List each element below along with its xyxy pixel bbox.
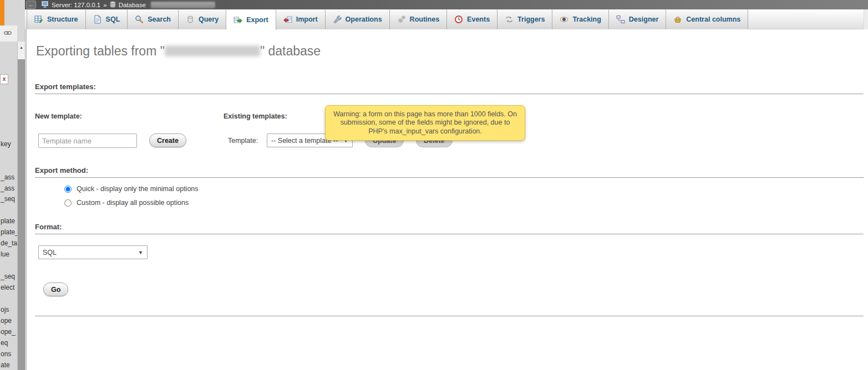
sidebar-table-name-fragment[interactable]: elect [1, 284, 14, 291]
sidebar-table-name-fragment[interactable]: ope_ [1, 328, 16, 336]
structure-icon [34, 15, 43, 24]
export-method-quick-option[interactable]: Quick - display only the minimal options [64, 185, 199, 193]
export-method-custom-option[interactable]: Custom - display all possible options [64, 199, 189, 207]
sidebar-scrollbar[interactable]: ▲ [17, 42, 25, 370]
routines-gears-icon [397, 15, 406, 24]
format-heading: Format: [35, 223, 864, 234]
format-select[interactable]: SQL ▼ [38, 245, 148, 259]
breadcrumb-database[interactable]: Database [119, 2, 146, 8]
collapse-navigation-button[interactable]: ← [26, 1, 36, 9]
tab-events[interactable]: Events [447, 9, 498, 29]
server-breadcrumb-bar: ← Server: 127.0.0.1 » Database [25, 0, 868, 9]
sidebar-table-name-fragment[interactable]: lue [1, 250, 9, 258]
tab-operations[interactable]: Operations [326, 9, 390, 29]
sidebar-table-name-fragment[interactable]: ope [1, 317, 12, 325]
export-icon [234, 16, 242, 24]
scroll-up-arrow[interactable]: ▲ [18, 42, 25, 54]
template-label: Template: [228, 137, 258, 145]
chevron-down-icon: ▼ [138, 250, 143, 255]
database-tab-bar: Structure SQL Search Query Ex [25, 9, 868, 29]
tracking-eye-icon [560, 15, 568, 24]
tab-central-columns[interactable]: Central columns [666, 9, 748, 29]
sidebar-table-name-fragment[interactable]: plate_ [1, 228, 19, 236]
max-input-vars-warning-tooltip: Warning: a form on this page has more th… [325, 105, 525, 141]
sidebar-table-name-fragment[interactable]: _ass [1, 173, 14, 181]
sidebar-table-name-fragment[interactable]: plate [1, 217, 15, 225]
search-icon [135, 15, 144, 24]
quick-radio[interactable] [64, 186, 72, 193]
triggers-icon [505, 15, 514, 24]
sidebar-table-name-fragment[interactable]: _seq [1, 273, 15, 280]
export-page-content: Exporting tables from "" database Export… [25, 29, 868, 370]
sidebar-scrollbar-thumb[interactable] [18, 59, 25, 370]
tab-routines[interactable]: Routines [390, 9, 447, 29]
sidebar-table-name-fragment[interactable]: eq [1, 339, 8, 347]
existing-templates-label: Existing templates: [224, 112, 287, 120]
operations-wrench-icon [333, 15, 342, 24]
navigation-sidebar: x key _ass _ass _seq plate plate_ de_ta … [0, 0, 25, 370]
create-template-button[interactable]: Create [149, 133, 186, 147]
sidebar-table-name-fragment[interactable]: de_ta [1, 239, 17, 247]
breadcrumb-server[interactable]: Server: 127.0.0.1 [52, 2, 100, 8]
go-button[interactable]: Go [43, 282, 68, 296]
redacted-database-name [165, 45, 260, 56]
tab-designer[interactable]: Designer [609, 9, 667, 29]
sidebar-table-name-fragment[interactable]: ate [1, 361, 10, 369]
sidebar-table-name-fragment[interactable]: _ass [1, 184, 14, 192]
tab-query[interactable]: Query [179, 9, 226, 29]
template-name-input[interactable] [38, 133, 137, 148]
redacted-database-name [151, 2, 215, 8]
sidebar-table-name-fragment[interactable]: key [1, 140, 11, 148]
new-template-label: New template: [35, 112, 82, 120]
link-chain-icon [4, 28, 12, 38]
page-title: Exporting tables from "" database [36, 44, 321, 59]
phpmyadmin-logo-sliver [0, 0, 4, 25]
clear-filter-button[interactable]: x [0, 74, 8, 84]
tab-import[interactable]: Import [276, 9, 326, 29]
tab-structure[interactable]: Structure [27, 9, 86, 29]
tab-search[interactable]: Search [128, 9, 179, 29]
custom-radio[interactable] [64, 199, 72, 207]
export-templates-heading: Export templates: [35, 83, 864, 94]
form-bottom-divider [35, 316, 864, 316]
database-icon [110, 1, 116, 9]
tab-triggers[interactable]: Triggers [498, 9, 552, 29]
export-method-heading: Export method: [35, 166, 864, 178]
sidebar-table-name-fragment[interactable]: ojs [1, 306, 9, 314]
central-columns-basket-icon [673, 15, 682, 24]
breadcrumb-separator: » [103, 2, 106, 8]
designer-icon [616, 15, 625, 24]
tab-sql[interactable]: SQL [86, 9, 128, 29]
query-icon [186, 15, 195, 24]
events-clock-icon [454, 15, 463, 24]
tab-tracking[interactable]: Tracking [552, 9, 608, 29]
sidebar-table-name-fragment[interactable]: ons [1, 350, 11, 358]
import-icon [283, 15, 292, 24]
tab-export[interactable]: Export [226, 9, 276, 30]
sql-icon [93, 15, 102, 24]
sidebar-table-name-fragment[interactable]: _seq [1, 195, 15, 203]
server-monitor-icon [42, 1, 49, 9]
